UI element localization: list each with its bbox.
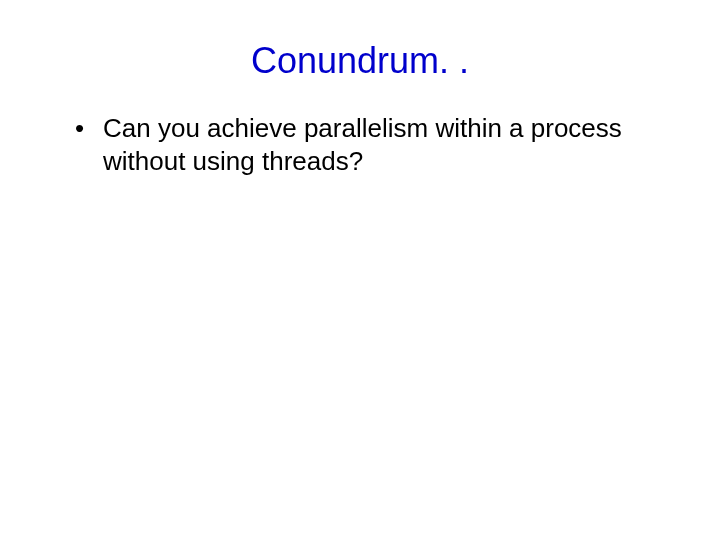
bullet-list: Can you achieve parallelism within a pro… <box>50 112 670 177</box>
slide-container: Conundrum. . Can you achieve parallelism… <box>0 0 720 540</box>
slide-title: Conundrum. . <box>50 40 670 82</box>
bullet-item: Can you achieve parallelism within a pro… <box>75 112 670 177</box>
